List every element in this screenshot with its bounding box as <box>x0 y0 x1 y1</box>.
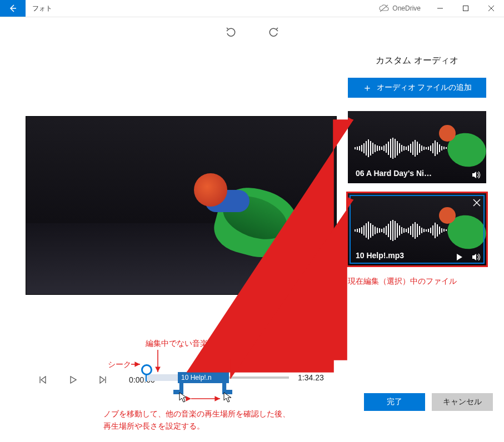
audio-title: 06 A Hard Day's Ni… <box>356 169 432 178</box>
maximize-button[interactable] <box>453 0 478 17</box>
play-icon <box>69 376 77 384</box>
seek-playhead[interactable] <box>141 364 152 375</box>
cursor-icon <box>179 392 188 403</box>
add-audio-label: オーディオ ファイルの追加 <box>377 83 472 93</box>
svg-rect-2 <box>463 6 468 11</box>
minimize-button[interactable] <box>427 0 453 17</box>
step-back-button[interactable] <box>33 370 52 389</box>
app-title: フォト <box>26 4 52 13</box>
step-forward-button[interactable] <box>93 370 112 389</box>
arrow-left-icon <box>8 4 17 13</box>
annotation-seek: シーク <box>108 359 131 370</box>
speaker-icon[interactable] <box>471 252 481 262</box>
annotation-knob-help-2: 再生場所や長さを設定する。 <box>103 420 204 432</box>
annotation-other-playhead: 編集中でない音楽の再生場所 <box>146 338 247 349</box>
cancel-button[interactable]: キャンセル <box>432 393 493 411</box>
cloud-off-icon <box>379 4 389 12</box>
main-area: カスタム オーディオ ＋ オーディオ ファイルの追加 06 A Hard Day… <box>0 44 504 295</box>
onedrive-label: OneDrive <box>392 4 421 12</box>
step-forward-icon <box>99 376 107 384</box>
side-panel: カスタム オーディオ ＋ オーディオ ファイルの追加 06 A Hard Day… <box>337 44 495 295</box>
audio-clip[interactable]: 10 Help!.n <box>178 372 229 383</box>
title-bar: フォト OneDrive <box>0 0 504 17</box>
close-icon <box>473 199 481 207</box>
annotation-knob-help-1: ノブを移動して、他の音楽の再生場所を確認した後、 <box>103 408 290 420</box>
redo-icon <box>267 26 280 38</box>
panel-heading: カスタム オーディオ <box>348 55 486 67</box>
add-audio-button[interactable]: ＋ オーディオ ファイルの追加 <box>348 78 486 98</box>
preview-content <box>199 179 322 279</box>
redo-button[interactable] <box>263 22 283 42</box>
back-button[interactable] <box>0 0 26 17</box>
speaker-icon[interactable] <box>471 170 481 180</box>
play-button[interactable] <box>63 370 82 389</box>
timeline[interactable]: 10 Help!.n <box>144 376 289 379</box>
audio-title: 10 Help!.mp3 <box>356 251 404 260</box>
waveform-icon <box>353 219 447 242</box>
annotation-selected-file: 現在編集（選択）中のファイル <box>348 275 486 287</box>
audio-item-0[interactable]: 06 A Hard Day's Ni… <box>348 111 486 183</box>
undo-icon <box>225 26 237 38</box>
close-window-button[interactable] <box>478 0 504 17</box>
step-back-icon <box>39 376 47 384</box>
undo-button[interactable] <box>221 22 241 42</box>
waveform-icon <box>353 137 447 159</box>
play-icon[interactable] <box>455 253 463 261</box>
total-time: 1:34.23 <box>298 373 324 382</box>
video-preview[interactable] <box>26 116 337 295</box>
history-toolbar <box>0 19 504 44</box>
dialog-buttons: 完了 キャンセル <box>364 393 493 411</box>
cursor-icon <box>223 392 232 403</box>
remove-audio-button[interactable] <box>473 199 481 208</box>
audio-item-1[interactable]: 10 Help!.mp3 <box>348 193 486 265</box>
done-button[interactable]: 完了 <box>364 393 425 411</box>
onedrive-status[interactable]: OneDrive <box>379 4 427 12</box>
